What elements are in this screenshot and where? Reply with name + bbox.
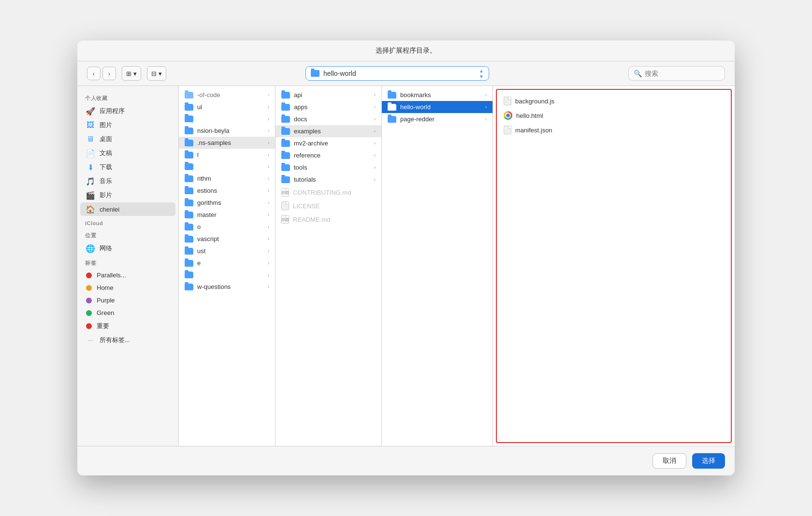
chevron-icon: › xyxy=(268,164,269,170)
list-item[interactable]: ust › xyxy=(179,245,275,257)
list-item[interactable]: o › xyxy=(179,221,275,233)
list-item-hello-world[interactable]: hello-world › xyxy=(382,101,493,113)
column-view-button[interactable]: ⊞ ▾ xyxy=(122,66,141,81)
list-item[interactable]: e › xyxy=(179,257,275,269)
important-tag-dot xyxy=(86,323,92,329)
list-item[interactable]: .ns-samples › xyxy=(179,137,275,149)
list-item-apps[interactable]: apps › xyxy=(276,101,381,113)
list-item-tutorials[interactable]: tutorials › xyxy=(276,173,381,186)
list-item[interactable]: estions › xyxy=(179,185,275,197)
sidebar-label-applications: 应用程序 xyxy=(100,107,125,115)
sidebar-label-desktop: 桌面 xyxy=(100,135,112,143)
list-item-api[interactable]: api › xyxy=(276,89,381,101)
sidebar-item-purple[interactable]: Purple xyxy=(80,294,175,306)
item-name: l xyxy=(197,151,199,158)
folder-icon xyxy=(185,163,193,170)
pictures-icon: 🖼 xyxy=(86,121,95,129)
location-bar[interactable]: hello-world ▲ ▼ xyxy=(305,66,489,81)
search-input[interactable] xyxy=(645,70,717,77)
folder-icon xyxy=(388,92,396,99)
location-section-title: 位置 xyxy=(77,228,178,241)
item-name: page-redder xyxy=(400,115,435,123)
folder-icon xyxy=(281,116,290,123)
sidebar-label-home: Home xyxy=(97,284,114,291)
sidebar-item-music[interactable]: 🎵 音乐 xyxy=(80,174,175,188)
list-item[interactable]: › xyxy=(179,269,275,281)
grid-view-button[interactable]: ⊟ ▾ xyxy=(147,66,166,81)
item-name: mv2-archive xyxy=(294,140,328,147)
sidebar-item-home[interactable]: Home xyxy=(80,282,175,294)
sidebar-item-movies[interactable]: 🎬 影片 xyxy=(80,188,175,202)
chevron-icon: › xyxy=(268,272,269,278)
chevron-icon: › xyxy=(485,116,487,122)
list-item[interactable]: › xyxy=(179,161,275,172)
list-item-bookmarks[interactable]: bookmarks › xyxy=(382,89,493,101)
sidebar-item-chenlei[interactable]: 🏠 chenlei xyxy=(80,202,175,216)
forward-button[interactable]: › xyxy=(102,67,116,80)
up-arrow: ▲ xyxy=(479,68,484,73)
item-name: LICENSE xyxy=(293,202,320,210)
item-name: e xyxy=(197,259,201,267)
column-view-icon: ⊞ xyxy=(126,70,131,77)
list-item[interactable]: -of-code › xyxy=(179,89,275,101)
list-item-tools[interactable]: tools › xyxy=(276,161,381,173)
chevron-icon: › xyxy=(374,177,376,182)
home-tag-dot xyxy=(86,285,92,291)
list-item-examples[interactable]: examples › xyxy=(276,125,381,137)
back-button[interactable]: ‹ xyxy=(87,67,101,80)
list-item[interactable]: master › xyxy=(179,209,275,221)
list-item-docs[interactable]: docs › xyxy=(276,113,381,125)
list-item-manifest-json[interactable]: manifest.json xyxy=(497,123,731,137)
sidebar-label-documents: 文稿 xyxy=(100,149,112,158)
sidebar-item-green[interactable]: Green xyxy=(80,307,175,319)
item-name: ul xyxy=(197,103,202,111)
list-item[interactable]: rithm › xyxy=(179,172,275,185)
list-item[interactable]: ul › xyxy=(179,101,275,113)
sidebar-item-network[interactable]: 🌐 网络 xyxy=(80,242,175,255)
chevron-icon: › xyxy=(485,104,487,110)
list-item[interactable]: › xyxy=(179,113,275,125)
item-name: docs xyxy=(294,115,307,123)
location-arrows[interactable]: ▲ ▼ xyxy=(479,68,484,79)
sidebar-item-documents[interactable]: 📄 文稿 xyxy=(80,146,175,160)
folder-icon xyxy=(185,248,193,255)
list-item-contributing[interactable]: md CONTRIBUTING.md xyxy=(276,186,381,199)
sidebar-item-all-tags[interactable]: ··· 所有标签... xyxy=(80,333,175,347)
folder-icon xyxy=(185,140,193,146)
favorites-section-title: 个人收藏 xyxy=(77,91,178,104)
list-item-reference[interactable]: reference › xyxy=(276,149,381,161)
sidebar-item-applications[interactable]: 🚀 应用程序 xyxy=(80,104,175,118)
chevron-icon: › xyxy=(268,188,269,193)
list-item-background-js[interactable]: background.js xyxy=(497,94,731,108)
list-item[interactable]: l › xyxy=(179,149,275,161)
sidebar-item-desktop[interactable]: 🖥 桌面 xyxy=(80,132,175,146)
sidebar-item-pictures[interactable]: 🖼 图片 xyxy=(80,118,175,132)
sidebar-item-important[interactable]: 重要 xyxy=(80,319,175,333)
cancel-button[interactable]: 取消 xyxy=(652,453,686,469)
sidebar-item-downloads[interactable]: ⬇ 下载 xyxy=(80,160,175,174)
sidebar-item-parallels[interactable]: Parallels... xyxy=(80,269,175,281)
list-item[interactable]: gorithms › xyxy=(179,197,275,209)
chrome-icon xyxy=(504,111,512,120)
search-bar: 🔍 xyxy=(628,66,725,81)
sidebar-label-chenlei: chenlei xyxy=(100,206,119,213)
list-item-readme[interactable]: md README.md xyxy=(276,213,381,226)
folder-icon xyxy=(185,187,193,194)
list-item-hello-html[interactable]: hello.html xyxy=(497,108,731,123)
item-name: reference xyxy=(294,152,320,159)
folder-icon xyxy=(185,115,193,122)
bottom-bar: 取消 选择 xyxy=(77,446,735,475)
list-item-license[interactable]: LICENSE xyxy=(276,199,381,213)
chevron-icon: › xyxy=(268,284,269,289)
list-item-mv2-archive[interactable]: mv2-archive › xyxy=(276,137,381,149)
item-name: .ns-samples xyxy=(197,139,231,146)
list-item[interactable]: nsion-beyla › xyxy=(179,125,275,137)
list-item[interactable]: vascript › xyxy=(179,233,275,245)
nav-buttons: ‹ › xyxy=(87,67,116,80)
main-content: 个人收藏 🚀 应用程序 🖼 图片 🖥 桌面 📄 文稿 ⬇ 下载 xyxy=(77,86,735,446)
chevron-icon: › xyxy=(374,141,376,146)
list-item[interactable]: w-questions › xyxy=(179,281,275,293)
list-item-page-redder[interactable]: page-redder › xyxy=(382,113,493,125)
select-button[interactable]: 选择 xyxy=(692,453,725,469)
item-name: bookmarks xyxy=(400,91,431,99)
